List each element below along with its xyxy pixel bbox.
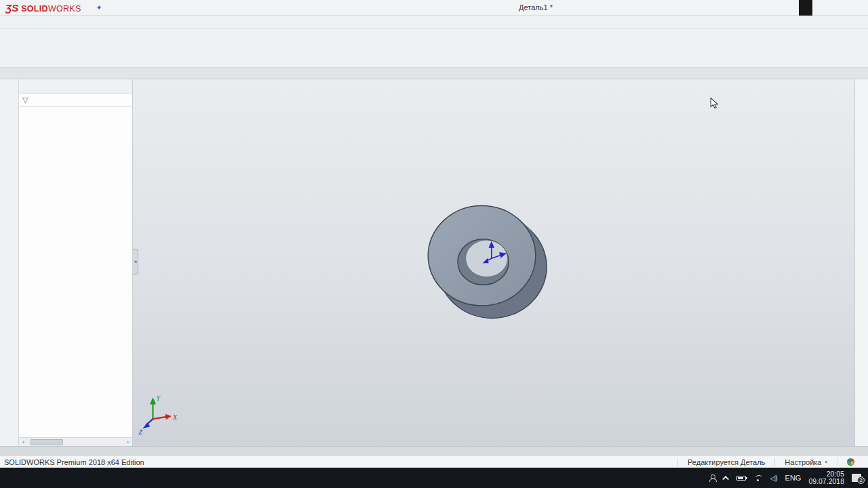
ds-logo-mark: ƷS: [5, 2, 18, 14]
task-pane-tab-strip: [854, 79, 868, 446]
configuration-selector[interactable]: Настройка▾: [774, 458, 837, 466]
wifi-icon[interactable]: [753, 475, 763, 481]
system-tray: ◁) ENG 20:05 09.07.2018 2: [709, 470, 868, 485]
battery-icon[interactable]: [736, 476, 746, 481]
feature-manager-panel: ▽ ‹ ›: [19, 79, 133, 446]
feature-manager-tabs: [19, 79, 132, 94]
titlebar: ƷSSOLIDWORKS ✦ Деталь1 *: [0, 0, 868, 16]
status-right: Редактируется Деталь Настройка▾: [677, 458, 864, 466]
scroll-left-arrow[interactable]: ‹: [19, 439, 28, 445]
status-mode: Редактируется Деталь: [677, 458, 774, 466]
screen-recorder-bar: [799, 0, 812, 16]
volume-icon[interactable]: ◁): [770, 474, 778, 482]
windows-taskbar: ◁) ENG 20:05 09.07.2018 2: [0, 468, 868, 488]
main-area: ▽ ‹ ›: [0, 79, 868, 446]
mouse-cursor: [711, 98, 717, 108]
scrollbar-track[interactable]: [28, 438, 123, 446]
scroll-right-arrow[interactable]: ›: [123, 439, 132, 445]
document-title: Деталь1 *: [475, 3, 597, 12]
panel-splitter-handle[interactable]: ◂: [133, 249, 138, 274]
left-flyout-toolbars: [0, 79, 19, 446]
clock[interactable]: 20:05 09.07.2018: [808, 470, 844, 485]
feature-tree-filter: ▽: [19, 94, 132, 107]
svg-text:Z: Z: [138, 428, 142, 436]
tray-date: 09.07.2018: [808, 478, 844, 485]
people-icon[interactable]: [709, 474, 717, 482]
graphics-viewport[interactable]: Y X Z ◂: [133, 79, 868, 446]
filter-funnel-icon: ▽: [22, 96, 28, 104]
feature-tree: [19, 107, 132, 437]
svg-text:X: X: [172, 413, 178, 421]
solidworks-window: ƷSSOLIDWORKS ✦ Деталь1 * ▽ ‹ ›: [0, 0, 868, 488]
language-indicator[interactable]: ENG: [785, 474, 802, 482]
status-globe[interactable]: [837, 458, 864, 466]
notification-badge: 2: [857, 476, 865, 484]
svg-text:Y: Y: [157, 394, 161, 402]
tools-toolbar: [0, 16, 868, 28]
panel-horizontal-scrollbar[interactable]: ‹ ›: [19, 437, 132, 446]
status-bar: SOLIDWORKS Premium 2018 x64 Edition Реда…: [0, 456, 868, 468]
solidworks-logo: ƷSSOLIDWORKS: [0, 2, 91, 14]
notification-center-icon[interactable]: 2: [852, 474, 861, 482]
status-sphere-icon: [847, 458, 854, 466]
filter-input[interactable]: [31, 96, 129, 104]
command-manager-ribbon: [0, 28, 868, 68]
pin-menubar-icon[interactable]: ✦: [91, 3, 108, 12]
command-manager-tabs: [0, 68, 868, 79]
config-dropdown-arrow: ▾: [825, 460, 827, 465]
scrollbar-thumb[interactable]: [31, 439, 63, 445]
status-edition-text: SOLIDWORKS Premium 2018 x64 Edition: [4, 458, 144, 466]
model-animation-tabs: [0, 446, 868, 456]
tray-expand-chevron-icon[interactable]: [722, 475, 729, 482]
3d-viewport-canvas[interactable]: Y X Z: [133, 79, 868, 446]
corner-reference-triad: Y X Z: [138, 394, 178, 435]
